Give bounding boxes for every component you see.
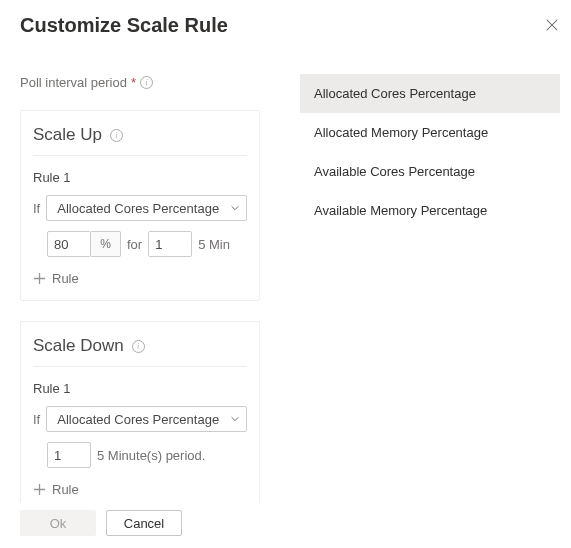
if-label: If — [33, 412, 40, 427]
scale-up-section: Scale Up i Rule 1 If Allocated Cores Per… — [20, 110, 260, 301]
for-label: for — [127, 237, 142, 252]
dialog-title: Customize Scale Rule — [20, 14, 228, 37]
chevron-down-icon — [230, 414, 240, 424]
close-icon — [545, 18, 559, 35]
scale-up-threshold-input[interactable] — [47, 231, 91, 257]
plus-icon — [33, 483, 46, 496]
add-rule-label: Rule — [52, 271, 79, 286]
scale-down-metric-select[interactable]: Allocated Cores Percentage — [46, 406, 247, 432]
scale-down-title: Scale Down — [33, 336, 124, 356]
info-icon[interactable]: i — [110, 129, 123, 142]
scale-up-metric-select[interactable]: Allocated Cores Percentage — [46, 195, 247, 221]
info-icon[interactable]: i — [132, 340, 145, 353]
scale-down-metric-value: Allocated Cores Percentage — [57, 412, 219, 427]
plus-icon — [33, 272, 46, 285]
duration-suffix: 5 Minute(s) period. — [97, 448, 205, 463]
scale-up-metric-value: Allocated Cores Percentage — [57, 201, 219, 216]
required-marker: * — [131, 75, 136, 90]
dropdown-option-allocated-cores[interactable]: Allocated Cores Percentage — [300, 74, 560, 113]
threshold-unit: % — [91, 231, 121, 257]
scale-down-section: Scale Down i Rule 1 If Allocated Cores P… — [20, 321, 260, 503]
poll-interval-label: Poll interval period — [20, 75, 127, 90]
dropdown-option-available-cores[interactable]: Available Cores Percentage — [300, 152, 560, 191]
duration-suffix: 5 Min — [198, 237, 230, 252]
scale-up-add-rule-button[interactable]: Rule — [33, 271, 247, 286]
if-label: If — [33, 201, 40, 216]
add-rule-label: Rule — [52, 482, 79, 497]
scale-up-title: Scale Up — [33, 125, 102, 145]
ok-button[interactable]: Ok — [20, 510, 96, 536]
close-button[interactable] — [544, 18, 560, 34]
scale-down-add-rule-button[interactable]: Rule — [33, 482, 247, 497]
dropdown-option-available-memory[interactable]: Available Memory Percentage — [300, 191, 560, 230]
info-icon[interactable]: i — [140, 76, 153, 89]
scale-down-rule-label: Rule 1 — [33, 381, 247, 396]
scale-down-duration-input[interactable] — [47, 442, 91, 468]
cancel-button[interactable]: Cancel — [106, 510, 182, 536]
scale-up-rule-label: Rule 1 — [33, 170, 247, 185]
dropdown-option-allocated-memory[interactable]: Allocated Memory Percentage — [300, 113, 560, 152]
scale-up-duration-input[interactable] — [148, 231, 192, 257]
metric-dropdown: Allocated Cores Percentage Allocated Mem… — [300, 74, 560, 230]
chevron-down-icon — [230, 203, 240, 213]
